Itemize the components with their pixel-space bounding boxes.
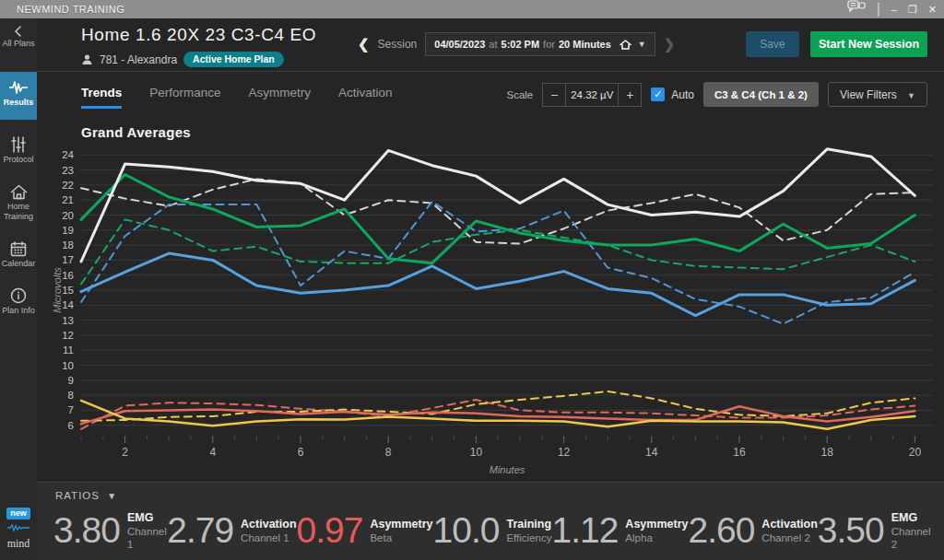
- session-selector[interactable]: 04/05/2023 at 5:02 PM for 20 Minutes ▼: [425, 32, 655, 56]
- previous-session-button[interactable]: ❮: [358, 36, 370, 52]
- session-date: 04/05/2023: [434, 39, 485, 50]
- sidebar-item-protocol[interactable]: Protocol: [0, 136, 37, 165]
- x-axis-title: Minutes: [490, 464, 525, 475]
- x-tick-label: 8: [385, 446, 392, 459]
- ratios-header-toggle[interactable]: RATIOS ▼: [55, 490, 117, 501]
- stat-activation-ch1: 2.79 ActivationChannel 1: [167, 510, 296, 551]
- y-tick-label: 23: [62, 165, 74, 176]
- scale-decrease-button[interactable]: −: [543, 84, 565, 106]
- active-plan-badge: Active Home Plan: [183, 52, 284, 67]
- page-title: Home 1.6 20X 23 C3-C4 EO: [81, 25, 316, 45]
- stat-sublabel: Channel 2: [761, 531, 817, 544]
- stat-label: Asymmetry: [370, 518, 432, 531]
- x-tick-label: 10: [470, 446, 483, 459]
- stat-label: Asymmetry: [625, 518, 688, 531]
- x-tick-label: 16: [733, 446, 746, 459]
- sidebar-item-label: Protocol: [0, 155, 37, 165]
- session-navigation: ❮ Session 04/05/2023 at 5:02 PM for 20 M…: [358, 32, 675, 56]
- y-tick-label: 6: [68, 420, 74, 431]
- stat-label: Training: [506, 518, 551, 531]
- tab-trends[interactable]: Trends: [81, 86, 122, 109]
- app-window: NEWMIND TRAINING | – ❐ ✕: [0, 0, 944, 560]
- stat-sublabel: Efficiency: [506, 531, 551, 544]
- next-session-button[interactable]: ❯: [664, 36, 676, 52]
- chevron-down-icon: ▼: [638, 40, 646, 49]
- stat-sublabel: Channel 1: [127, 525, 167, 551]
- calendar-icon: [10, 241, 27, 257]
- stat-value: 2.79: [167, 510, 233, 551]
- tab-activation[interactable]: Activation: [338, 86, 393, 109]
- sidebar-item-calendar[interactable]: Calendar: [0, 241, 37, 269]
- restore-button[interactable]: ❐: [908, 0, 917, 18]
- titlebar: NEWMIND TRAINING | – ❐ ✕: [0, 0, 944, 18]
- auto-scale-checkbox[interactable]: ✓: [651, 88, 665, 101]
- ratios-header-label: RATIOS: [55, 490, 100, 501]
- sidebar-item-label: Calendar: [0, 259, 37, 269]
- scale-label: Scale: [507, 89, 534, 100]
- y-tick-label: 16: [62, 270, 74, 281]
- channel-select-button[interactable]: C3 & C4 (Ch 1 & 2): [703, 82, 819, 107]
- toolbar: Trends Performance Asymmetry Activation …: [37, 73, 944, 117]
- header: Home 1.6 20X 23 C3-C4 EO 781 - Alexandra…: [37, 18, 944, 72]
- save-button[interactable]: Save: [746, 31, 799, 57]
- session-label: Session: [378, 38, 418, 51]
- sidebar-item-label: Plan Info: [0, 306, 37, 316]
- scale-increase-button[interactable]: +: [619, 84, 641, 106]
- sidebar-item-home-training[interactable]: Home Training: [0, 184, 37, 222]
- x-tick-label: 6: [298, 446, 304, 459]
- y-tick-label: 22: [62, 180, 74, 191]
- close-button[interactable]: ✕: [928, 0, 937, 18]
- waveform-icon: [8, 79, 29, 96]
- newmind-logo: new mind: [0, 503, 37, 551]
- y-tick-label: 18: [62, 239, 74, 251]
- sidebar-item-label: Home Training: [0, 202, 37, 222]
- x-tick-label: 4: [209, 446, 216, 459]
- sidebar: All Plans Results Protocol: [0, 18, 37, 560]
- sidebar-item-results[interactable]: Results: [0, 72, 37, 120]
- feedback-chat-icon[interactable]: [847, 0, 866, 18]
- stat-training-efficiency: 10.0 TrainingEfficiency: [433, 510, 552, 551]
- stat-sublabel: Beta: [370, 531, 432, 544]
- scale-stepper: − 24.32 µV +: [542, 83, 642, 107]
- tab-performance[interactable]: Performance: [149, 86, 220, 109]
- minimize-button[interactable]: –: [891, 0, 897, 18]
- person-icon: [81, 53, 93, 65]
- sidebar-item-all-plans[interactable]: All Plans: [0, 26, 37, 49]
- y-tick-label: 20: [62, 210, 74, 221]
- sliders-icon: [10, 136, 27, 153]
- stat-sublabel: Channel 1: [241, 531, 296, 544]
- tab-asymmetry[interactable]: Asymmetry: [249, 86, 312, 109]
- stat-label: Activation: [761, 518, 817, 531]
- stat-value: 2.60: [688, 510, 754, 551]
- stat-label: Activation: [241, 518, 296, 531]
- main-content: Home 1.6 20X 23 C3-C4 EO 781 - Alexandra…: [37, 18, 944, 560]
- sidebar-item-plan-info[interactable]: Plan Info: [0, 287, 37, 316]
- y-tick-label: 8: [68, 390, 74, 401]
- app-title: NEWMIND TRAINING: [17, 4, 124, 15]
- sidebar-item-label: All Plans: [0, 39, 37, 49]
- x-tick-label: 14: [645, 446, 658, 459]
- start-new-session-button[interactable]: Start New Session: [810, 31, 927, 57]
- stat-value: 1.12: [551, 510, 618, 551]
- session-at: at: [489, 39, 497, 50]
- y-tick-label: 7: [68, 404, 74, 415]
- y-tick-label: 12: [62, 330, 74, 341]
- chevron-left-icon: [13, 26, 24, 37]
- stat-emg-ch2: 3.50 EMGChannel 2: [818, 510, 931, 551]
- y-tick-label: 17: [62, 254, 74, 265]
- x-tick-label: 12: [558, 446, 571, 459]
- y-axis-title: Microvolts: [52, 267, 63, 313]
- view-filters-button[interactable]: View Filters ▼: [828, 82, 927, 107]
- y-tick-label: 11: [63, 344, 74, 356]
- stat-value: 3.50: [818, 510, 884, 551]
- sidebar-item-label: Results: [0, 98, 37, 108]
- stat-label: EMG: [891, 511, 931, 525]
- session-for: for: [543, 39, 555, 50]
- stat-asymmetry-alpha: 1.12 AsymmetryAlpha: [551, 510, 688, 551]
- trends-chart: 6789101112131415161718192021222324246810…: [37, 138, 944, 482]
- home-session-icon: [620, 40, 631, 50]
- y-tick-label: 9: [68, 375, 74, 386]
- series-green-solid: [81, 175, 914, 263]
- y-tick-label: 15: [62, 285, 74, 296]
- series-blue-solid: [81, 253, 914, 316]
